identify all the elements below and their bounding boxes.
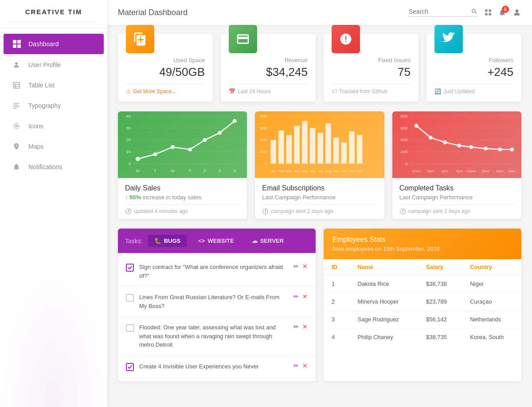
svg-text:9am: 9am <box>509 169 516 173</box>
employee-id: 4 <box>324 328 350 346</box>
dashboard-icon <box>12 40 22 48</box>
task-delete-1[interactable]: ✕ <box>302 263 308 270</box>
notification-badge: 5 <box>502 6 509 13</box>
task-tab-server[interactable]: ☁ SERVER <box>246 235 290 247</box>
search-button[interactable] <box>471 8 478 15</box>
table-row: 2 Minerva Hooper $23,789 Curaçao <box>324 293 521 311</box>
email-subscriptions-footer: 🕐 campaign sent 2 days ago <box>262 204 377 214</box>
sidebar-item-notifications[interactable]: Notifications <box>4 157 104 177</box>
task-edit-4[interactable]: ✏ <box>293 362 299 369</box>
col-header-country: Country <box>462 259 521 275</box>
clock-icon: 🕐 <box>399 208 406 214</box>
svg-rect-63 <box>341 142 347 164</box>
search-input[interactable] <box>409 8 471 15</box>
task-item: Flooded: One year later, assessing what … <box>118 317 316 356</box>
task-edit-3[interactable]: ✏ <box>293 323 299 330</box>
svg-text:600: 600 <box>260 126 267 130</box>
svg-text:0: 0 <box>405 161 407 166</box>
sidebar-item-table-list[interactable]: Table List <box>4 75 104 95</box>
used-space-footer: ⚠ Get More Space... <box>126 83 205 95</box>
employees-title: Employees Stats <box>332 236 512 244</box>
employees-table-body: 1 Dakota Rice $36,738 Niger 2 Minerva Ho… <box>324 275 521 346</box>
completed-tasks-body: Completed Tasks Last Campaign Performanc… <box>392 178 521 219</box>
followers-icon-box <box>434 25 463 53</box>
svg-text:Dec: Dec <box>357 169 363 173</box>
svg-point-90 <box>443 140 447 144</box>
task-edit-2[interactable]: ✏ <box>293 293 299 300</box>
notifications-icon <box>12 163 22 171</box>
svg-text:Feb: Feb <box>278 169 285 173</box>
svg-text:6am: 6am <box>497 169 504 173</box>
tasks-card: Tasks: 🐛 BUGS <> WEBSITE ☁ SERVER <box>118 229 316 381</box>
completed-tasks-chart-area: 800 600 400 200 0 <box>392 111 521 178</box>
completed-tasks-footer: 🕐 campaign sent 2 days ago <box>399 204 514 214</box>
task-delete-4[interactable]: ✕ <box>302 362 308 369</box>
svg-text:20: 20 <box>126 138 131 142</box>
svg-text:May: May <box>301 169 308 173</box>
svg-text:0: 0 <box>129 161 131 166</box>
sidebar: CREATIVE TIM Dashboard User Profile Tabl… <box>0 0 107 407</box>
svg-text:S: S <box>233 168 236 173</box>
svg-text:600: 600 <box>400 126 407 130</box>
clock-icon: 🕐 <box>125 208 132 214</box>
sidebar-item-maps[interactable]: Maps <box>4 137 104 156</box>
completed-tasks-subtitle: Last Campaign Performance <box>399 194 514 201</box>
svg-text:800: 800 <box>400 114 407 119</box>
sidebar-item-icons[interactable]: Icons <box>4 116 104 136</box>
svg-text:Sep: Sep <box>333 169 340 173</box>
svg-text:S: S <box>218 168 221 173</box>
svg-text:12pm: 12pm <box>467 169 476 173</box>
task-text-2: Lines From Great Russian Literature? Or … <box>139 293 288 310</box>
user-account-button[interactable] <box>512 8 521 17</box>
sidebar-item-label: Maps <box>28 143 43 150</box>
task-delete-3[interactable]: ✕ <box>302 323 308 330</box>
svg-rect-16 <box>489 9 491 12</box>
svg-rect-62 <box>333 138 339 164</box>
svg-point-93 <box>484 146 488 150</box>
svg-text:8am: 8am <box>482 169 489 173</box>
task-checkbox-1[interactable] <box>126 264 134 272</box>
task-tab-bugs[interactable]: 🐛 BUGS <box>148 235 187 247</box>
svg-point-89 <box>429 136 433 140</box>
task-actions-4: ✏ ✕ <box>293 362 308 369</box>
svg-rect-56 <box>286 135 292 164</box>
sidebar-item-user-profile[interactable]: User Profile <box>4 55 104 75</box>
sidebar-item-label: Typography <box>28 102 61 109</box>
chart-completed-tasks: 800 600 400 200 0 <box>392 111 521 219</box>
email-subscriptions-body: Email Subscriptions Last Campaign Perfor… <box>255 178 384 219</box>
stat-card-followers: Followers +245 🔄 Just Updated <box>426 34 521 102</box>
header-actions: 5 <box>409 8 521 17</box>
notifications-bell-button[interactable]: 5 <box>498 8 506 16</box>
daily-sales-footer: 🕐 updated 4 minutes ago <box>125 204 240 214</box>
grid-view-button[interactable] <box>484 8 492 16</box>
task-delete-2[interactable]: ✕ <box>302 293 308 300</box>
task-checkbox-3[interactable] <box>126 324 134 332</box>
task-checkbox-4[interactable] <box>126 363 134 371</box>
svg-rect-18 <box>489 13 491 16</box>
fixed-issues-value: 75 <box>332 65 411 79</box>
employee-name: Dakota Rice <box>350 275 418 293</box>
svg-text:400: 400 <box>260 137 267 142</box>
task-tab-website[interactable]: <> WEBSITE <box>192 235 240 247</box>
sidebar-item-typography[interactable]: Typography <box>4 96 104 115</box>
employee-name: Philip Chaney <box>350 328 418 346</box>
daily-sales-subtitle-text: increase in today sales. <box>143 194 203 201</box>
svg-point-33 <box>188 147 192 151</box>
sidebar-item-dashboard[interactable]: Dashboard <box>4 34 104 54</box>
svg-text:800: 800 <box>260 114 267 119</box>
svg-rect-58 <box>302 121 307 163</box>
task-text-3: Flooded: One year later, assessing what … <box>139 323 288 349</box>
svg-point-35 <box>218 131 222 135</box>
task-checkbox-2[interactable] <box>126 294 134 302</box>
svg-rect-11 <box>13 107 20 107</box>
brand-name: CREATIVE TIM <box>25 8 82 16</box>
task-edit-1[interactable]: ✏ <box>293 263 299 270</box>
search-box <box>409 8 478 17</box>
used-space-value: 49/50GB <box>126 65 205 79</box>
task-list: Sign contract for "What are conference o… <box>118 253 316 381</box>
email-subscriptions-subtitle: Last Campaign Performance <box>262 194 377 201</box>
svg-point-34 <box>203 138 207 142</box>
dashboard-content: Used Space 49/50GB ⚠ Get More Space... R… <box>107 25 532 407</box>
warning-icon: ⚠ <box>126 88 131 95</box>
used-space-icon-box <box>126 25 154 53</box>
